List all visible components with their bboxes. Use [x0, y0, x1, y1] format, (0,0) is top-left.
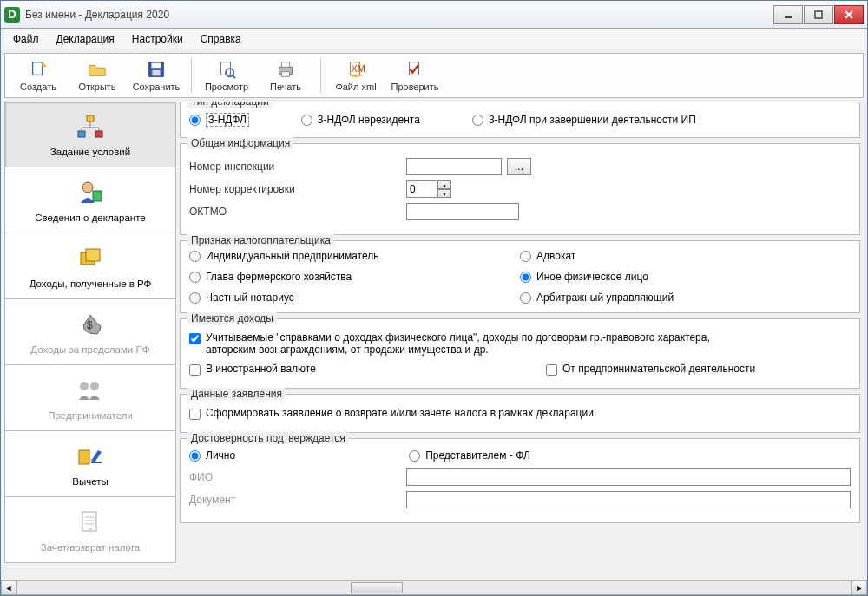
radio-personally[interactable]: Лично	[189, 449, 235, 462]
radio-ip-input[interactable]	[189, 251, 201, 262]
radio-3ndfl-ip-label: 3-НДФЛ при завершении деятельности ИП	[489, 114, 696, 126]
group-general: Общая информация Номер инспекции ... Ном…	[180, 143, 860, 235]
radio-3ndfl-ip-input[interactable]	[472, 115, 483, 126]
chk-business[interactable]: От предпринимательской деятельности	[546, 363, 851, 376]
svg-rect-18	[410, 62, 419, 75]
printer-icon	[275, 59, 296, 80]
scroll-thumb[interactable]	[351, 582, 403, 593]
scroll-left-button[interactable]: ◄	[1, 580, 16, 595]
radio-farmer[interactable]: Глава фермерского хозяйства	[189, 271, 520, 283]
sidebar: Задание условий Сведения о декларанте До…	[4, 102, 176, 576]
app-icon: D	[4, 7, 20, 23]
svg-rect-19	[87, 115, 94, 121]
nav-income-abroad[interactable]: $ Доходы за пределами РФ	[4, 299, 176, 365]
nav-income-rf-label: Доходы, полученные в РФ	[30, 278, 152, 289]
radio-notary-label: Частный нотариус	[206, 291, 294, 304]
people-icon	[75, 376, 106, 405]
svg-rect-27	[93, 191, 102, 201]
radio-ip[interactable]: Индивидуальный предприниматель	[189, 250, 520, 262]
minimize-button[interactable]	[773, 5, 803, 24]
correction-spinner[interactable]: 0 ▲▼	[406, 180, 451, 198]
check-button[interactable]: Проверить	[385, 56, 444, 95]
radio-advokat[interactable]: Адвокат	[520, 250, 851, 262]
title-bar: D Без имени - Декларация 2020	[1, 1, 867, 29]
chk-currency-input[interactable]	[189, 364, 201, 376]
authenticity-legend: Достоверность подтверждается	[187, 432, 349, 444]
spin-down[interactable]: ▼	[437, 189, 451, 198]
radio-3ndfl-nonres-input[interactable]	[301, 115, 312, 126]
radio-3ndfl[interactable]: 3-НДФЛ	[189, 113, 249, 127]
radio-representative-label: Представителем - ФЛ	[425, 449, 530, 462]
svg-point-31	[80, 382, 89, 390]
radio-other-person-input[interactable]	[520, 272, 531, 283]
radio-other-person[interactable]: Иное физическое лицо	[520, 271, 851, 283]
toolbar-separator	[191, 58, 192, 93]
nav-refund[interactable]: Зачет/возврат налога	[4, 497, 176, 563]
chk-business-input[interactable]	[546, 364, 557, 376]
new-button[interactable]: Создать	[9, 56, 68, 95]
chk-form-app-input[interactable]	[189, 409, 201, 420]
radio-notary[interactable]: Частный нотариус	[189, 291, 520, 304]
radio-personally-input[interactable]	[189, 450, 201, 462]
group-taxpayer: Признак налогоплательщика Индивидуальный…	[180, 240, 860, 313]
svg-rect-7	[152, 63, 161, 69]
svg-line-11	[232, 75, 235, 78]
group-decl-type: Тип декларации 3-НДФЛ 3-НДФЛ нерезидента…	[180, 102, 860, 138]
chk-currency-label: В иностранной валюте	[206, 363, 316, 375]
group-has-income: Имеются доходы Учитываемые "справками о …	[180, 318, 860, 389]
radio-notary-input[interactable]	[189, 292, 201, 304]
radio-3ndfl-nonres-label: 3-НДФЛ нерезидента	[318, 114, 420, 126]
nav-refund-label: Зачет/возврат налога	[41, 542, 141, 553]
taxpayer-legend: Признак налогоплательщика	[187, 234, 334, 246]
chk-form-app[interactable]: Сформировать заявление о возврате и/или …	[189, 407, 851, 420]
inspection-browse-button[interactable]: ...	[507, 158, 531, 175]
radio-farmer-input[interactable]	[189, 272, 201, 283]
radio-3ndfl-input[interactable]	[189, 115, 201, 126]
inspection-input[interactable]	[406, 158, 502, 175]
svg-rect-33	[79, 450, 89, 464]
nav-declarant[interactable]: Сведения о декларанте	[4, 167, 176, 233]
radio-advokat-label: Адвокат	[536, 250, 575, 262]
xml-file-icon: XML	[345, 59, 366, 80]
chk-currency[interactable]: В иностранной валюте	[189, 363, 494, 376]
close-button[interactable]	[834, 5, 864, 24]
chk-spravki[interactable]: Учитываемые "справками о доходах физичес…	[189, 331, 851, 356]
nav-income-rf[interactable]: Доходы, полученные в РФ	[4, 233, 176, 299]
nav-deductions[interactable]: Вычеты	[4, 431, 176, 497]
radio-advokat-input[interactable]	[520, 251, 531, 262]
svg-point-32	[90, 382, 99, 390]
chk-form-app-label: Сформировать заявление о возврате и/или …	[206, 407, 594, 419]
menu-file[interactable]: Файл	[6, 30, 46, 48]
menu-help[interactable]: Справка	[194, 30, 248, 48]
new-file-icon	[28, 59, 49, 80]
preview-button[interactable]: Просмотр	[197, 56, 256, 95]
horizontal-scrollbar[interactable]: ◄ ►	[1, 580, 867, 595]
application-legend: Данные заявления	[187, 388, 286, 400]
maximize-button[interactable]	[804, 5, 833, 24]
radio-arbitr[interactable]: Арбитражный управляющий	[520, 291, 851, 304]
scroll-track[interactable]	[16, 580, 852, 595]
spin-up[interactable]: ▲	[437, 180, 451, 189]
scroll-right-button[interactable]: ►	[852, 580, 867, 595]
save-button[interactable]: Сохранить	[127, 56, 186, 95]
print-label: Печать	[270, 82, 301, 92]
radio-3ndfl-nonres[interactable]: 3-НДФЛ нерезидента	[301, 113, 420, 127]
open-label: Открыть	[78, 82, 115, 92]
nav-deductions-label: Вычеты	[72, 476, 108, 487]
print-button[interactable]: Печать	[256, 56, 315, 95]
radio-representative[interactable]: Представителем - ФЛ	[409, 449, 530, 462]
nav-conditions[interactable]: Задание условий	[4, 102, 176, 167]
correction-value[interactable]: 0	[406, 180, 437, 198]
conditions-icon	[75, 112, 106, 141]
open-button[interactable]: Открыть	[68, 56, 127, 95]
radio-arbitr-input[interactable]	[520, 292, 531, 304]
nav-entrepreneurs[interactable]: Предприниматели	[4, 365, 176, 431]
oktmo-input[interactable]	[406, 203, 519, 220]
radio-representative-input[interactable]	[409, 450, 420, 462]
menu-declaration[interactable]: Декларация	[49, 30, 122, 48]
chk-spravki-input[interactable]	[189, 333, 201, 344]
xml-button[interactable]: XML Файл xml	[326, 56, 385, 95]
group-application: Данные заявления Сформировать заявление …	[180, 394, 860, 433]
menu-settings[interactable]: Настройки	[125, 30, 190, 48]
radio-3ndfl-ip[interactable]: 3-НДФЛ при завершении деятельности ИП	[472, 113, 696, 127]
